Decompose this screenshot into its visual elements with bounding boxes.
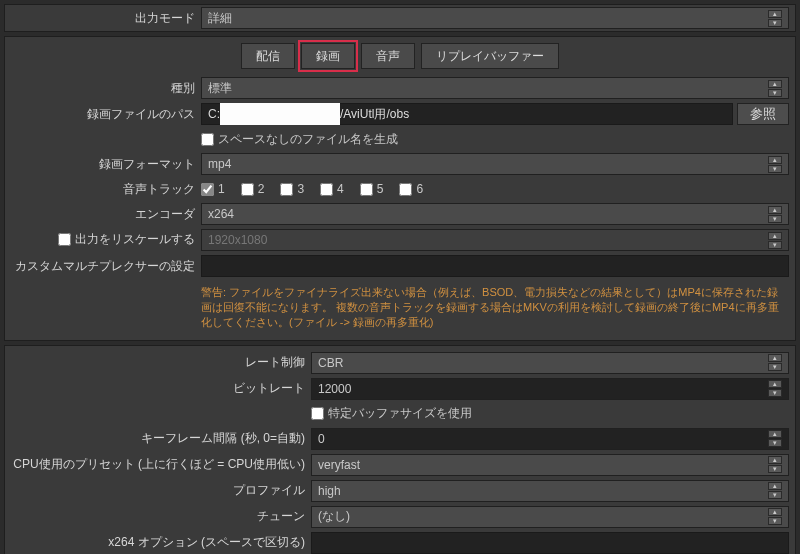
audio-track-group: 1 2 3 4 5 6	[201, 182, 789, 196]
kind-select[interactable]: 標準 ▴▾	[201, 77, 789, 99]
custom-buffer-checkbox[interactable]: 特定バッファサイズを使用	[311, 405, 472, 422]
track-3[interactable]: 3	[280, 182, 304, 196]
keyframe-input[interactable]: 0 ▴▾	[311, 428, 789, 450]
cpu-preset-label: CPU使用のプリセット (上に行くほど = CPU使用低い)	[11, 456, 311, 473]
tab-record[interactable]: 録画	[301, 43, 355, 69]
encoder-label: エンコーダ	[11, 206, 201, 223]
output-mode-select[interactable]: 詳細 ▴▾	[201, 7, 789, 29]
browse-button[interactable]: 参照	[737, 103, 789, 125]
track-4[interactable]: 4	[320, 182, 344, 196]
profile-select[interactable]: high ▴▾	[311, 480, 789, 502]
chevron-up-icon[interactable]: ▴	[768, 10, 782, 18]
rec-format-label: 録画フォーマット	[11, 156, 201, 173]
main-panel: 配信 録画 音声 リプレイバッファー 種別 標準 ▴▾ 録画ファイルのパス C:…	[4, 36, 796, 341]
x264-opts-label: x264 オプション (スペースで区切る)	[11, 534, 311, 551]
path-redacted	[220, 103, 340, 125]
tabs: 配信 録画 音声 リプレイバッファー	[5, 37, 795, 75]
track-2[interactable]: 2	[241, 182, 265, 196]
rec-path-label: 録画ファイルのパス	[11, 106, 201, 123]
tab-replay[interactable]: リプレイバッファー	[421, 43, 559, 69]
bitrate-input[interactable]: 12000 ▴▾	[311, 378, 789, 400]
encoder-panel: レート制御 CBR ▴▾ ビットレート 12000 ▴▾ 特定バッファサイズを使…	[4, 345, 796, 554]
no-space-checkbox[interactable]: スペースなしのファイル名を生成	[201, 131, 398, 148]
rescale-label: 出力をリスケールする	[11, 231, 201, 249]
mux-label: カスタムマルチプレクサーの設定	[11, 258, 201, 275]
audio-track-label: 音声トラック	[11, 181, 201, 198]
tab-audio[interactable]: 音声	[361, 43, 415, 69]
output-mode-label: 出力モード	[11, 10, 201, 27]
rate-label: レート制御	[11, 354, 311, 371]
encoder-select[interactable]: x264 ▴▾	[201, 203, 789, 225]
track-1[interactable]: 1	[201, 182, 225, 196]
tune-select[interactable]: (なし) ▴▾	[311, 506, 789, 528]
rec-path-input[interactable]: C:/AviUtl用/obs	[201, 103, 733, 125]
warning-text: 警告: ファイルをファイナライズ出来ない場合（例えば、BSOD、電力損失などの結…	[5, 279, 795, 336]
bitrate-label: ビットレート	[11, 380, 311, 397]
keyframe-label: キーフレーム間隔 (秒, 0=自動)	[11, 430, 311, 447]
track-5[interactable]: 5	[360, 182, 384, 196]
profile-label: プロファイル	[11, 482, 311, 499]
kind-label: 種別	[11, 80, 201, 97]
rec-format-select[interactable]: mp4 ▴▾	[201, 153, 789, 175]
tune-label: チューン	[11, 508, 311, 525]
track-6[interactable]: 6	[399, 182, 423, 196]
tab-stream[interactable]: 配信	[241, 43, 295, 69]
cpu-preset-select[interactable]: veryfast ▴▾	[311, 454, 789, 476]
x264-opts-input[interactable]	[311, 532, 789, 554]
rescale-select: 1920x1080 ▴▾	[201, 229, 789, 251]
rate-select[interactable]: CBR ▴▾	[311, 352, 789, 374]
chevron-down-icon[interactable]: ▾	[768, 19, 782, 27]
rescale-checkbox[interactable]	[58, 233, 71, 246]
output-mode-panel: 出力モード 詳細 ▴▾	[4, 4, 796, 32]
mux-input[interactable]	[201, 255, 789, 277]
